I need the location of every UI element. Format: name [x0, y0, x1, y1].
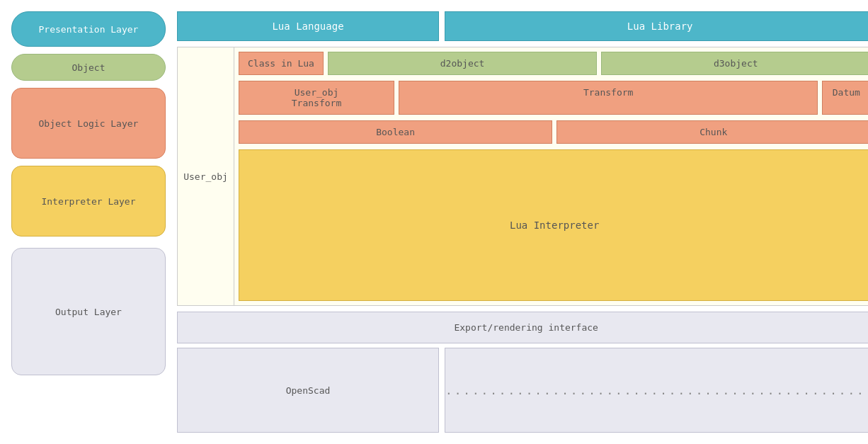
sidebar-object: Object [11, 54, 166, 81]
transform-box: Transform [399, 81, 818, 115]
export-label: Export/rendering interface [454, 322, 598, 333]
bottom-area: Export/rendering interface OpenScad ....… [177, 312, 868, 433]
d2object-label: d2object [440, 58, 485, 69]
lua-interpreter-box: Lua Interpreter [239, 149, 868, 301]
lua-language-label: Lua Language [272, 21, 343, 32]
row-classes: Class in Lua d2object d3object [234, 47, 868, 78]
openscad-label: OpenScad [286, 385, 331, 396]
dots-label: ........................................… [445, 384, 868, 397]
d3object-label: d3object [714, 58, 758, 69]
row-transforms: User_objTransform Transform Datum [234, 78, 868, 118]
row-interpreter: Lua Interpreter [234, 147, 868, 305]
transform-label: Transform [583, 87, 633, 98]
chunk-box: Chunk [556, 120, 868, 144]
user-obj-label: User_obj [183, 171, 228, 182]
middle-area: User_obj Class in Lua d2object d3object [177, 47, 868, 306]
sidebar-output: Output Layer [11, 248, 166, 375]
chunk-label: Chunk [699, 127, 727, 137]
sidebar-presentation: Presentation Layer [11, 11, 166, 47]
sidebar-interpreter: Interpreter Layer [11, 166, 166, 237]
boolean-box: Boolean [239, 120, 552, 144]
lua-language-box: Lua Language [177, 11, 439, 41]
sidebar: Presentation Layer Object Object Logic L… [11, 11, 166, 433]
user-obj-col: User_obj [178, 47, 234, 305]
d2object-box: d2object [328, 52, 597, 75]
class-lua-label: Class in Lua [248, 58, 314, 69]
user-transform-box: User_objTransform [239, 81, 394, 115]
sidebar-object-logic-label: Object Logic Layer [39, 118, 139, 129]
openscad-box: OpenScad [177, 348, 439, 433]
boolean-label: Boolean [376, 127, 415, 137]
output-row: OpenScad ...............................… [177, 348, 868, 433]
datum-box: Datum [822, 81, 868, 115]
sidebar-interpreter-label: Interpreter Layer [41, 196, 135, 207]
dots-box: ........................................… [445, 348, 868, 433]
lua-interpreter-label: Lua Interpreter [510, 220, 599, 231]
page-wrapper: Presentation Layer Object Object Logic L… [0, 0, 868, 444]
right-content: Class in Lua d2object d3object User_objT… [234, 47, 868, 305]
export-box: Export/rendering interface [177, 312, 868, 343]
user-transform-label: User_objTransform [292, 87, 341, 108]
lua-library-label: Lua Library [627, 21, 693, 32]
row-bool-chunk: Boolean Chunk [234, 118, 868, 147]
sidebar-presentation-label: Presentation Layer [39, 24, 139, 35]
sidebar-object-logic: Object Logic Layer [11, 88, 166, 159]
main-panel: Lua Language Lua Library User_obj Class … [177, 11, 868, 433]
lua-library-box: Lua Library [445, 11, 868, 41]
sidebar-output-label: Output Layer [55, 307, 122, 317]
sidebar-object-label: Object [72, 62, 105, 73]
top-row: Lua Language Lua Library [177, 11, 868, 41]
d3object-box: d3object [601, 52, 868, 75]
class-lua-box: Class in Lua [239, 52, 324, 75]
datum-label: Datum [833, 87, 860, 98]
